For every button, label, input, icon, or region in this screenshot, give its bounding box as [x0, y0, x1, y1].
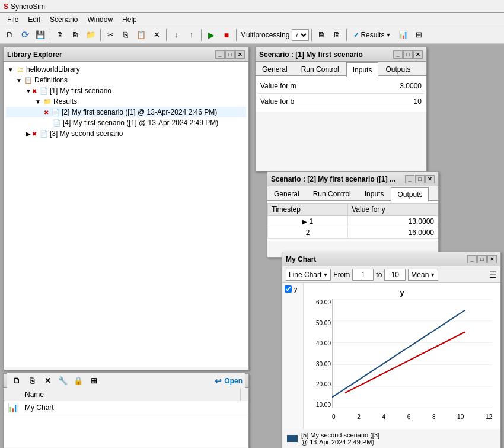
tree-library[interactable]: ▼ 🗂 helloworldLibrary: [6, 64, 246, 75]
copy-button[interactable]: ⎘: [119, 28, 133, 42]
y-axis-labels: 60.00 50.00 40.00 30.00 20.00 10.00: [307, 299, 331, 408]
y-checkbox-item[interactable]: y: [285, 285, 301, 293]
library-explorer-minimize[interactable]: _: [215, 50, 225, 59]
chart-svg: [332, 299, 492, 408]
results-icon1[interactable]: 🗎: [314, 28, 328, 42]
to-input[interactable]: [384, 269, 406, 281]
mean-dropdown[interactable]: Mean ▼: [408, 269, 438, 281]
chart-maximize[interactable]: □: [477, 255, 487, 263]
results-button[interactable]: ✓ Results ▼: [349, 29, 395, 41]
tree-result1[interactable]: ✖ 📄 [2] My first scenario ([1] @ 13-Apr-…: [6, 107, 246, 117]
menu-file[interactable]: File: [2, 14, 23, 25]
multiprocessing-select[interactable]: 71248: [292, 29, 309, 41]
menu-window[interactable]: Window: [82, 14, 117, 25]
y-label-50: 50.00: [307, 320, 331, 326]
new-button[interactable]: 🗋: [2, 28, 17, 42]
scenario2-maximize[interactable]: □: [415, 175, 425, 183]
chart-type-dropdown-icon: ▼: [323, 272, 328, 278]
chart-settings-icon[interactable]: ☰: [489, 270, 497, 279]
separator4: [201, 29, 202, 41]
new-chart-button[interactable]: 🗋: [9, 374, 24, 388]
chart-button[interactable]: 📊: [396, 28, 410, 42]
tab-scenario2-outputs[interactable]: Outputs: [391, 187, 429, 201]
tab-scenario1-outputs[interactable]: Outputs: [379, 62, 417, 76]
delete-chart-button[interactable]: ✕: [40, 374, 55, 388]
refresh-button[interactable]: ⟳: [18, 28, 32, 42]
scenario1-maximize[interactable]: □: [403, 50, 413, 59]
chart-type-dropdown[interactable]: Line Chart ▼: [286, 269, 331, 281]
x-axis-labels: 0 2 4 6 8 10 12: [332, 414, 492, 420]
save-button[interactable]: 💾: [33, 28, 47, 42]
chart-options-button[interactable]: 🔧: [56, 374, 70, 388]
open-icon: ↩: [215, 376, 222, 386]
chart-list-header: Name: [4, 388, 248, 401]
cut-button[interactable]: ✂: [103, 28, 117, 42]
tab-scenario2-inputs[interactable]: Inputs: [358, 186, 391, 201]
library-explorer-title-text: Library Explorer: [7, 50, 215, 59]
chart-plot-title: y: [306, 288, 498, 297]
library-explorer-maximize[interactable]: □: [225, 50, 235, 59]
stop-button[interactable]: ■: [219, 28, 234, 42]
scenario1-expand-icon[interactable]: ▼: [25, 87, 32, 94]
to-label: to: [376, 271, 382, 279]
menu-scenario[interactable]: Scenario: [45, 14, 82, 25]
chart-row-mychart[interactable]: 📊 My Chart: [4, 401, 248, 414]
export-chart-button[interactable]: ⊞: [87, 374, 101, 388]
copy-library-button[interactable]: 🗎: [53, 28, 67, 42]
tree-scenario2[interactable]: ▶ ✖ 📄 [3] My second scenario: [6, 128, 246, 139]
tree-scenario1[interactable]: ▼ ✖ 📄 [1] My first scenario: [6, 85, 246, 96]
y-checkbox[interactable]: [285, 285, 292, 293]
scenario1-close[interactable]: ✕: [413, 50, 423, 59]
scenario2-expand-icon[interactable]: ▶: [25, 130, 32, 137]
scenario1-error-badge: ✖: [32, 88, 37, 94]
form-row-b: Value for b 10: [258, 94, 424, 109]
menu-help[interactable]: Help: [117, 14, 142, 25]
scenario1-minimize[interactable]: _: [393, 50, 403, 59]
export-button[interactable]: ↓: [169, 28, 183, 42]
results-icon2[interactable]: 🗎: [330, 28, 344, 42]
scenario2-close[interactable]: ✕: [425, 175, 435, 183]
tree-definitions[interactable]: ▼ 📋 Definitions: [6, 75, 246, 85]
delete-button[interactable]: ✕: [149, 28, 164, 42]
scenario2-tabs: General Run Control Inputs Outputs: [267, 186, 438, 201]
library-explorer-close[interactable]: ✕: [235, 50, 245, 59]
row2-value: 16.0000: [348, 227, 438, 239]
scenario2-panel-title: Scenario : [2] My first scenario ([1] ..…: [267, 172, 438, 186]
results-folder-icon: 📁: [43, 97, 52, 106]
paste-library-button[interactable]: 🗎: [68, 28, 82, 42]
lock-chart-button[interactable]: 🔒: [71, 374, 85, 388]
scenario2-error-badge: ✖: [32, 131, 37, 137]
definitions-expand-icon[interactable]: ▼: [15, 77, 23, 84]
table-row-1: ▶ 1 13.0000: [268, 216, 438, 227]
tab-scenario1-inputs[interactable]: Inputs: [346, 62, 379, 77]
import-button[interactable]: ↑: [184, 28, 199, 42]
library-explorer-panel: Library Explorer _ □ ✕ ▼ 🗂 helloworldLib…: [3, 47, 249, 370]
chart-minimize[interactable]: _: [467, 255, 477, 263]
result2-label: [4] My first scenario ([1] @ 13-Apr-2024…: [63, 119, 218, 127]
charts-panel: 🗋 ⎘ ✕ 🔧 🔒 ⊞ ↩ Open Name 📊 My: [3, 373, 249, 448]
form-label-m: Value for m: [260, 82, 400, 90]
tree-results[interactable]: ▼ 📁 Results: [6, 96, 246, 107]
scenario2-minimize[interactable]: _: [405, 175, 414, 183]
paste-button[interactable]: 📋: [134, 28, 148, 42]
copy-chart-button[interactable]: ⎘: [25, 374, 39, 388]
tab-scenario2-general[interactable]: General: [267, 186, 306, 201]
from-input[interactable]: [352, 269, 374, 281]
row1-value: 13.0000: [348, 216, 438, 227]
app-icon: S: [4, 2, 8, 11]
tab-scenario2-runcontrol[interactable]: Run Control: [307, 186, 358, 201]
open-folder-button[interactable]: 📁: [84, 28, 98, 42]
open-chart-button[interactable]: ↩ Open: [215, 376, 243, 386]
results-expand-icon[interactable]: ▼: [34, 98, 42, 105]
run-button[interactable]: ▶: [204, 28, 218, 42]
tab-scenario1-runcontrol[interactable]: Run Control: [295, 62, 346, 76]
tree-result2[interactable]: 📄 [4] My first scenario ([1] @ 13-Apr-20…: [6, 117, 246, 128]
menu-edit[interactable]: Edit: [23, 14, 45, 25]
tab-scenario1-general[interactable]: General: [256, 62, 294, 76]
x-label-10: 10: [457, 414, 464, 420]
chart-close[interactable]: ✕: [487, 255, 497, 263]
scroll-indicator[interactable]: [240, 388, 248, 401]
charts-panel-title: 🗋 ⎘ ✕ 🔧 🔒 ⊞ ↩ Open: [4, 374, 248, 388]
grid-button[interactable]: ⊞: [412, 28, 426, 42]
library-expand-icon[interactable]: ▼: [7, 66, 14, 73]
